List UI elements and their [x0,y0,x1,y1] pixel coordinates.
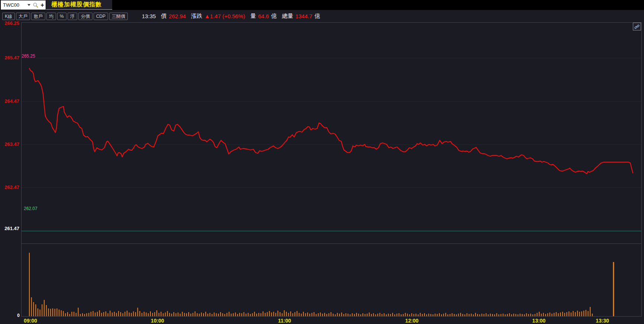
volume-bar [76,313,77,316]
volume-bar [290,311,291,316]
volume-bar [348,314,348,316]
volume-bar [320,312,321,316]
volume-bar [276,313,276,316]
toolbar-button-4[interactable]: % [57,13,66,20]
toolbar-button-2[interactable]: 散戶 [31,13,45,20]
toolbar-button-1[interactable]: 大戶 [16,13,30,20]
volume-bar [586,310,586,316]
volume-bar [388,314,389,316]
volume-bar [148,313,149,316]
volume-bar [445,313,446,316]
volume-bar [173,312,174,316]
volume-bar [97,312,98,316]
volume-bar [91,312,91,316]
volume-bar [573,311,573,316]
volume-bar [583,311,584,316]
volume-bar [539,312,540,316]
volume-bar [71,312,72,316]
toolbar-button-8[interactable]: 三關價 [109,13,128,20]
volume-bar [61,310,62,316]
volume-bar [566,312,567,316]
volume-bar [286,312,287,316]
symbol-search-box: + [1,0,46,10]
add-symbol-button[interactable]: + [39,1,45,9]
toolbar-button-0[interactable]: K線 [2,13,15,20]
toolbar-button-6[interactable]: 分價 [78,13,92,20]
volume-bar [133,311,134,316]
tab-index-name[interactable]: 櫃檯加權股價指數 [46,0,112,10]
symbol-dropdown-button[interactable] [26,1,32,9]
volume-bar [254,312,255,316]
total-volume-label: 總量 [282,13,293,20]
volume-bar [367,314,368,316]
volume-bar [273,312,274,316]
volume-bar [29,253,30,316]
volume-bar [248,313,248,316]
volume-bar [222,313,223,316]
toolbar-button-7[interactable]: CDP [94,13,108,20]
volume-bar [352,313,352,316]
volume-bar [110,311,110,316]
toolbar-row: K線大戶散戶均%浮分價CDP三關價 13:35 價 262.94 漲跌 ▲1.4… [0,10,644,22]
link-icon [634,24,640,30]
volume-bar [564,313,565,316]
volume-bar [384,313,384,316]
volume-bar [509,313,510,316]
volume-bar [345,313,346,316]
volume-bar [392,313,393,316]
volume-bar [397,314,397,316]
volume-bar [139,311,140,316]
total-volume-unit: 億 [315,13,320,20]
volume-bar [263,311,263,316]
reference-price-line [22,231,641,231]
volume-bar [214,312,215,316]
symbol-input[interactable] [1,2,26,8]
volume-bar [588,311,588,316]
volume-bar [116,313,117,316]
volume-bar [280,312,280,316]
volume-bar [282,313,283,316]
volume-bar [205,312,206,316]
time-axis-label: 13:00 [532,318,546,324]
price-label: 價 [161,13,167,20]
volume-bar [195,311,195,316]
volume-bar [407,314,408,316]
volume-bar [42,304,42,316]
symbol-search-button[interactable] [32,1,39,9]
price-pane-top-border [21,22,642,23]
volume-bar [108,313,108,316]
toolbar-button-3[interactable]: 均 [46,13,56,20]
volume-bar [303,312,304,316]
volume-bar [55,309,55,316]
volume-bar [297,311,297,316]
volume-bar [220,312,221,316]
volume-bar [241,313,242,316]
volume-pane-bottom-border [21,316,642,317]
volume-bar [95,312,95,316]
toolbar-button-5[interactable]: 浮 [68,13,77,20]
volume-bar [309,314,310,316]
volume-bar [156,310,157,316]
volume-bar [163,313,163,316]
time-axis-label: 10:00 [151,318,164,324]
volume-bar [208,314,208,316]
intraday-chart-canvas[interactable] [0,0,644,324]
volume-bar [475,313,476,316]
volume-bar [295,312,295,316]
volume-bar [188,312,189,316]
volume-bar [192,313,193,316]
volume-bar [65,313,66,316]
volume-bar [556,312,557,316]
volume-bar [155,312,155,316]
volume-bar [99,310,100,316]
volume-bar [46,305,47,316]
volume-bar [184,313,185,316]
link-chart-button[interactable] [633,23,641,30]
volume-bar [186,313,187,316]
low-price-annotation: 262.07 [24,206,38,211]
volume-label: 量 [250,13,256,20]
volume-bar [481,314,482,316]
total-volume-value: 1344.7 [295,13,312,19]
price-gridline [22,58,641,58]
volume-bar [358,314,359,316]
